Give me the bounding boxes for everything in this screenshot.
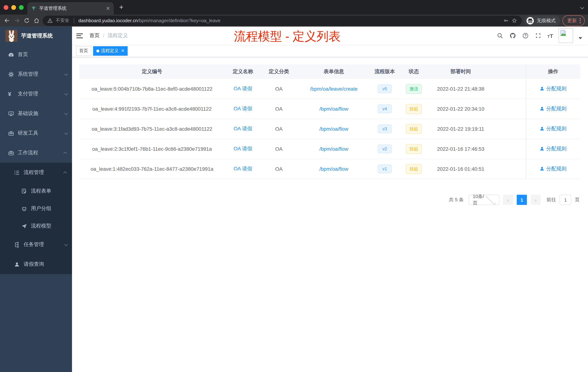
avatar[interactable] <box>558 28 573 43</box>
definition-name-link[interactable]: OA 请假 <box>234 166 252 171</box>
tab-close-icon[interactable]: ✕ <box>106 6 110 11</box>
deploy-time: 2022-01-16 17:46:53 <box>429 146 492 152</box>
sidebar-item-workflow[interactable]: 工作流程 <box>0 143 72 163</box>
tag-home[interactable]: 首页 <box>76 46 91 55</box>
sidebar: 芋道管理系统 首页 系统管理 <box>0 27 72 372</box>
page-unit-label: 页 <box>575 197 580 203</box>
address-bar[interactable]: 不安全 dashboard.yudao.iocoder.cn/bpm/manag… <box>42 15 522 26</box>
bookmark-star-icon[interactable] <box>512 18 517 23</box>
sidebar-item-leave-query[interactable]: 请假查询 <box>0 254 72 274</box>
status-badge: 挂起 <box>406 164 422 174</box>
form-info-link[interactable]: /bpm/oa/leave/create <box>310 86 358 92</box>
navbar-actions: TT <box>496 28 582 43</box>
goto-label: 前往 <box>546 197 556 203</box>
version-badge: v2 <box>378 144 392 153</box>
definition-name-link[interactable]: OA 请假 <box>234 126 252 131</box>
sidebar-item-task-management[interactable]: 任务管理 <box>0 235 72 254</box>
github-icon[interactable] <box>509 32 516 39</box>
minimize-window-button[interactable] <box>11 5 16 10</box>
version-badge: v5 <box>378 85 392 93</box>
window-controls[interactable] <box>4 5 24 10</box>
sidebar-item-infra[interactable]: 基础设施 <box>0 104 72 123</box>
form-info-link[interactable]: /bpm/oa/flow <box>319 166 348 172</box>
reload-icon[interactable] <box>23 17 30 24</box>
chevron-down-icon <box>64 131 68 134</box>
close-window-button[interactable] <box>4 5 8 10</box>
sidebar-item-label: 用户分组 <box>31 205 67 212</box>
assign-rule-link[interactable]: 分配规则 <box>540 146 567 152</box>
column-header: 定义名称 <box>225 68 261 75</box>
browser-tab[interactable]: 芋道管理系统 ✕ <box>27 2 114 15</box>
search-icon[interactable] <box>496 32 504 39</box>
active-dot <box>96 49 99 52</box>
new-tab-button[interactable]: + <box>119 3 123 11</box>
breadcrumb-home[interactable]: 首页 <box>89 33 100 39</box>
password-key-icon[interactable] <box>503 18 509 23</box>
back-icon[interactable] <box>3 17 10 24</box>
tab-search-chevron-icon[interactable] <box>580 5 584 9</box>
definition-category: OA <box>261 166 297 172</box>
assign-rule-link[interactable]: 分配规则 <box>540 126 567 132</box>
sidebar-item-devtools[interactable]: 研发工具 <box>0 123 72 143</box>
sidebar-item-label: 首页 <box>18 51 67 58</box>
maximize-window-button[interactable] <box>19 5 24 10</box>
definition-id: oa_leave:5:004b710b-7b8a-11ec-8ef0-acde4… <box>79 86 225 92</box>
forward-icon[interactable] <box>13 17 20 24</box>
table-row: oa_leave:3:1fad3d93-7b75-11ec-a3c8-acde4… <box>79 119 580 139</box>
sidebar-item-system[interactable]: 系统管理 <box>0 65 72 84</box>
definition-name-link[interactable]: OA 请假 <box>234 106 252 111</box>
sidebar-item-process-model[interactable]: 流程模型 <box>0 217 72 235</box>
update-label[interactable]: 更新 <box>567 17 577 24</box>
font-size-icon[interactable]: TT <box>547 33 553 39</box>
sidebar-item-process-form[interactable]: 流程表单 <box>0 182 72 200</box>
chevron-down-icon <box>64 111 68 115</box>
deploy-time: 2022-01-16 01:40:51 <box>429 166 492 172</box>
column-header: 部署时间 <box>429 68 492 75</box>
home-icon[interactable] <box>33 17 40 24</box>
user-icon <box>540 127 544 131</box>
tag-process-definition[interactable]: 流程定义 ✕ <box>93 46 128 55</box>
version-badge: v4 <box>378 104 392 113</box>
monitor-icon <box>8 110 14 117</box>
user-icon <box>540 146 544 151</box>
tag-close-icon[interactable]: ✕ <box>121 48 124 53</box>
security-label[interactable]: 不安全 <box>56 17 69 24</box>
help-icon[interactable] <box>522 32 529 39</box>
page-content: 定义编号 定义名称 定义分类 表单信息 流程版本 状态 部署时间 操作 oa_l… <box>72 57 588 372</box>
sidebar-item-home[interactable]: 首页 <box>0 45 72 65</box>
fullscreen-icon[interactable] <box>535 32 542 39</box>
page-number-button[interactable]: 1 <box>517 195 527 205</box>
assign-rule-link[interactable]: 分配规则 <box>540 166 567 172</box>
breadcrumb-separator: / <box>103 33 104 39</box>
broken-image-icon <box>560 30 567 36</box>
pagination: 共 5 条 10条/页 ‹ 1 › 前往 页 <box>449 195 580 205</box>
sidebar-menu: 首页 系统管理 ¥ 支付管理 <box>0 45 72 274</box>
robot-icon <box>21 206 27 212</box>
definition-name-link[interactable]: OA 请假 <box>234 86 252 91</box>
menu-kebab-icon[interactable] <box>580 18 581 23</box>
app-logo[interactable]: 芋道管理系统 <box>0 27 72 45</box>
status-badge: 挂起 <box>406 104 422 114</box>
next-page-button[interactable]: › <box>531 195 541 205</box>
user-icon <box>540 107 544 111</box>
assign-rule-link[interactable]: 分配规则 <box>540 86 567 92</box>
sidebar-item-user-group[interactable]: 用户分组 <box>0 200 72 217</box>
hamburger-icon[interactable] <box>76 33 83 38</box>
form-info-link[interactable]: /bpm/oa/flow <box>319 146 348 152</box>
form-info-link[interactable]: /bpm/oa/flow <box>319 106 348 112</box>
page-size-select[interactable]: 10条/页 <box>469 195 499 205</box>
browser-update-button[interactable]: 更新 <box>563 15 585 26</box>
prev-page-button[interactable]: ‹ <box>503 195 513 205</box>
sidebar-item-payment[interactable]: ¥ 支付管理 <box>0 84 72 104</box>
assign-rule-link[interactable]: 分配规则 <box>540 106 567 112</box>
warning-triangle-icon[interactable] <box>47 18 53 23</box>
form-info-link[interactable]: /bpm/oa/flow <box>319 126 348 132</box>
user-icon <box>540 166 544 171</box>
sidebar-item-process-management[interactable]: 流程管理 <box>0 163 72 182</box>
avatar-dropdown-caret-icon[interactable] <box>578 37 582 39</box>
definition-name-link[interactable]: OA 请假 <box>234 146 252 152</box>
table-header-row: 定义编号 定义名称 定义分类 表单信息 流程版本 状态 部署时间 操作 <box>79 65 580 79</box>
url-toolbar: 不安全 dashboard.yudao.iocoder.cn/bpm/manag… <box>0 15 588 27</box>
url-text[interactable]: dashboard.yudao.iocoder.cn/bpm/manager/d… <box>78 18 500 23</box>
goto-page-input[interactable] <box>560 195 571 205</box>
